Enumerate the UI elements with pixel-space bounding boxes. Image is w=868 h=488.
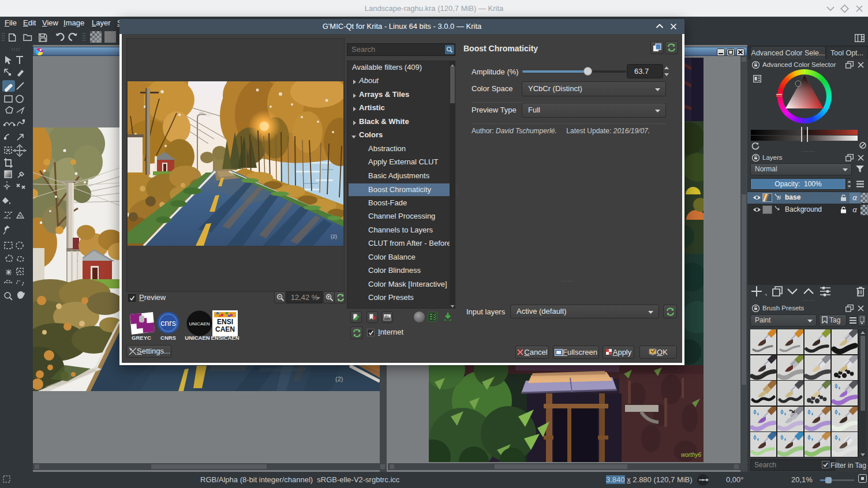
svg-text:abc: abc xyxy=(384,314,390,318)
svg-text:worthy6: worthy6 xyxy=(681,452,701,458)
svg-text:CAEN: CAEN xyxy=(215,325,235,333)
svg-text:ENSI: ENSI xyxy=(217,318,233,326)
svg-text:cnrs: cnrs xyxy=(160,318,175,328)
svg-text:(2): (2) xyxy=(335,376,343,382)
svg-text:(2): (2) xyxy=(331,234,337,239)
svg-text:UNICAEN: UNICAEN xyxy=(189,321,209,326)
